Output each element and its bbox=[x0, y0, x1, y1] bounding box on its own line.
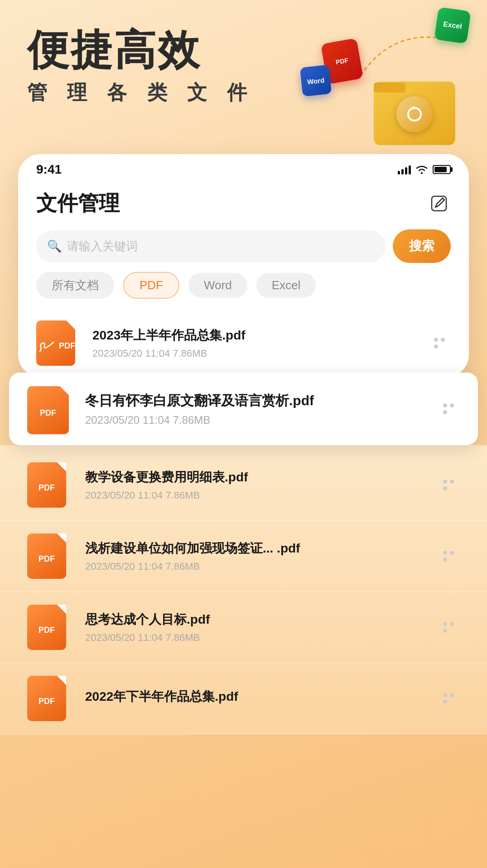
pdf-file-body-3: PDF bbox=[27, 462, 66, 508]
svg-marker-0 bbox=[413, 106, 416, 110]
pdf-label-4: PDF bbox=[39, 554, 55, 564]
status-bar: 9:41 bbox=[18, 154, 469, 180]
filter-tab-excel[interactable]: Excel bbox=[256, 273, 316, 298]
more-options-button-highlighted[interactable] bbox=[437, 398, 460, 420]
file-info: 2023年上半年作品总集.pdf 2023/05/20 11:04 7.86MB bbox=[92, 327, 428, 359]
edit-icon-svg bbox=[429, 194, 449, 213]
search-icon: 🔍 bbox=[47, 239, 62, 253]
highlighted-file-card[interactable]: PDF 冬日有怀李白原文翻译及语言赏析.pdf 2023/05/20 11:04… bbox=[9, 373, 478, 445]
pdf-file-body-highlighted: PDF bbox=[27, 386, 69, 434]
pdf-icon-svg bbox=[36, 330, 59, 357]
file-meta: 2023/05/20 11:04 7.86MB bbox=[92, 348, 428, 359]
pdf-label-highlighted: PDF bbox=[40, 408, 56, 418]
file-info-3: 教学设备更换费用明细表.pdf 2023/05/20 11:04 7.86MB bbox=[85, 469, 437, 501]
folder-icon bbox=[369, 68, 460, 145]
more-options-button-5[interactable] bbox=[437, 616, 460, 639]
search-placeholder: 请输入关键词 bbox=[67, 238, 138, 254]
file-name: 2023年上半年作品总集.pdf bbox=[92, 327, 428, 344]
pdf-label-3: PDF bbox=[39, 483, 55, 493]
pdf-label: PDF bbox=[59, 341, 75, 351]
more-options-button[interactable] bbox=[428, 332, 451, 354]
search-bar: 🔍 请输入关键词 搜索 bbox=[36, 229, 451, 263]
signal-bars-icon bbox=[398, 165, 411, 175]
file-info-4: 浅析建设单位如何加强现场签证... .pdf 2023/05/20 11:04 … bbox=[85, 540, 437, 572]
more-options-button-3[interactable] bbox=[437, 474, 460, 496]
file-icon-6: PDF bbox=[27, 676, 72, 721]
file-name-6: 2022年下半年作品总集.pdf bbox=[85, 688, 437, 705]
file-info-highlighted: 冬日有怀李白原文翻译及语言赏析.pdf 2023/05/20 11:04 7.8… bbox=[85, 392, 437, 427]
dots-icon bbox=[434, 338, 445, 349]
file-item-3[interactable]: PDF 教学设备更换费用明细表.pdf 2023/05/20 11:04 7.8… bbox=[0, 450, 487, 521]
status-icons bbox=[398, 165, 451, 175]
bottom-file-list: PDF 教学设备更换费用明细表.pdf 2023/05/20 11:04 7.8… bbox=[0, 445, 487, 734]
pdf-file-body-6: PDF bbox=[27, 676, 66, 721]
word-badge-label: Word bbox=[307, 76, 325, 86]
file-icon: PDF bbox=[36, 320, 82, 366]
file-item-5[interactable]: PDF 思考达成个人目标.pdf 2023/05/20 11:04 7.86MB bbox=[0, 592, 487, 663]
refresh-icon bbox=[405, 104, 424, 124]
file-meta-5: 2023/05/20 11:04 7.86MB bbox=[85, 632, 437, 644]
app-header: 文件管理 bbox=[18, 180, 469, 225]
search-input-wrap[interactable]: 🔍 请输入关键词 bbox=[36, 230, 386, 262]
more-options-button-4[interactable] bbox=[437, 545, 460, 567]
file-meta-3: 2023/05/20 11:04 7.86MB bbox=[85, 490, 437, 501]
pdf-file-body: PDF bbox=[36, 320, 75, 366]
excel-badge-label: Excel bbox=[443, 20, 463, 31]
folder-arrow-icon bbox=[396, 96, 433, 132]
dots-icon-6 bbox=[443, 693, 454, 704]
more-options-button-6[interactable] bbox=[437, 687, 460, 710]
file-name-3: 教学设备更换费用明细表.pdf bbox=[85, 469, 437, 486]
pdf-file-body-5: PDF bbox=[27, 605, 66, 650]
word-badge-icon: Word bbox=[300, 65, 332, 97]
filter-tabs: 所有文档 PDF Word Excel bbox=[18, 272, 469, 310]
file-name-4: 浅析建设单位如何加强现场签证... .pdf bbox=[85, 540, 437, 557]
dots-icon-3 bbox=[443, 480, 454, 490]
status-time: 9:41 bbox=[36, 162, 62, 177]
pdf-label-6: PDF bbox=[39, 697, 55, 706]
file-info-5: 思考达成个人目标.pdf 2023/05/20 11:04 7.86MB bbox=[85, 611, 437, 644]
app-title: 文件管理 bbox=[36, 189, 120, 218]
file-icon-4: PDF bbox=[27, 533, 72, 579]
pdf-label-5: PDF bbox=[39, 626, 55, 635]
hero-section: 便捷高效 管 理 各 类 文 件 PDF Excel Word bbox=[0, 0, 487, 154]
wifi-icon bbox=[415, 165, 428, 175]
file-meta-highlighted: 2023/05/20 11:04 7.86MB bbox=[85, 414, 437, 427]
file-name-5: 思考达成个人目标.pdf bbox=[85, 611, 437, 628]
pdf-badge-label: PDF bbox=[335, 57, 349, 66]
dots-icon-highlighted bbox=[443, 403, 454, 414]
file-icon-3: PDF bbox=[27, 462, 72, 508]
svg-rect-2 bbox=[432, 196, 446, 211]
file-item-4[interactable]: PDF 浅析建设单位如何加强现场签证... .pdf 2023/05/20 11… bbox=[0, 521, 487, 592]
pdf-file-body-4: PDF bbox=[27, 533, 66, 579]
file-item[interactable]: PDF 2023年上半年作品总集.pdf 2023/05/20 11:04 7.… bbox=[18, 310, 469, 377]
file-name-highlighted: 冬日有怀李白原文翻译及语言赏析.pdf bbox=[85, 392, 437, 410]
dots-icon-4 bbox=[443, 551, 454, 562]
search-button[interactable]: 搜索 bbox=[393, 229, 451, 263]
phone-mockup: 9:41 文件管理 bbox=[18, 154, 469, 377]
file-icon-highlighted: PDF bbox=[27, 386, 72, 432]
excel-badge-icon: Excel bbox=[434, 7, 471, 44]
edit-button[interactable] bbox=[427, 192, 451, 215]
filter-tab-pdf[interactable]: PDF bbox=[123, 272, 179, 299]
file-meta-4: 2023/05/20 11:04 7.86MB bbox=[85, 561, 437, 572]
filter-tab-word[interactable]: Word bbox=[188, 273, 247, 298]
battery-icon bbox=[433, 165, 451, 174]
hero-icons: PDF Excel Word bbox=[297, 9, 469, 145]
svg-point-1 bbox=[421, 172, 423, 174]
file-item-6[interactable]: PDF 2022年下半年作品总集.pdf bbox=[0, 663, 487, 734]
file-icon-5: PDF bbox=[27, 605, 72, 650]
filter-tab-all[interactable]: 所有文档 bbox=[36, 272, 114, 299]
file-info-6: 2022年下半年作品总集.pdf bbox=[85, 688, 437, 709]
dots-icon-5 bbox=[443, 622, 454, 633]
